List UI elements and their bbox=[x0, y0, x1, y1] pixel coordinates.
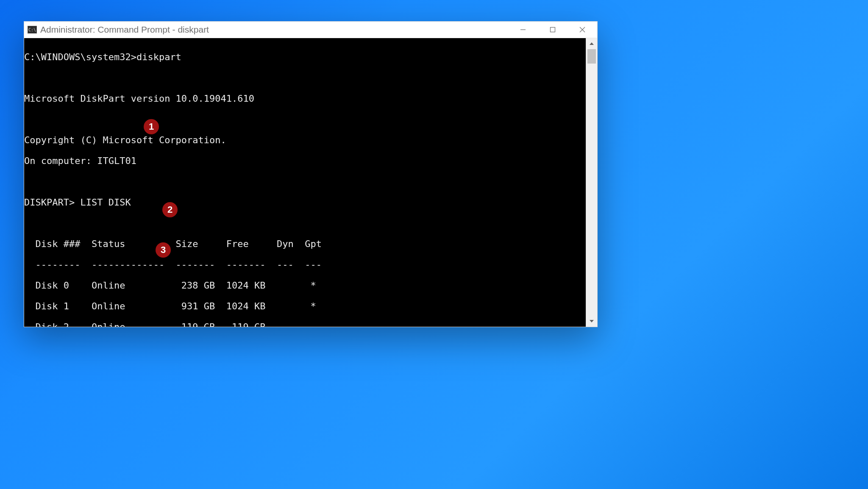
terminal-line: On computer: ITGLT01 bbox=[24, 156, 585, 167]
minimize-button[interactable] bbox=[508, 22, 538, 38]
window-client-area: C:\WINDOWS\system32>diskpart Microsoft D… bbox=[24, 38, 597, 327]
scroll-down-arrow-icon[interactable] bbox=[586, 316, 597, 327]
scroll-thumb[interactable] bbox=[587, 49, 596, 64]
maximize-button[interactable] bbox=[538, 22, 568, 38]
terminal-blank bbox=[24, 73, 585, 83]
terminal-blank bbox=[24, 218, 585, 229]
annotation-badge-1: 1 bbox=[144, 119, 159, 134]
annotation-badge-2: 2 bbox=[162, 202, 178, 217]
close-button[interactable] bbox=[568, 22, 597, 38]
maximize-icon bbox=[550, 27, 556, 33]
command-prompt-window: C:\ Administrator: Command Prompt - disk… bbox=[24, 21, 598, 327]
terminal-line: C:\WINDOWS\system32>diskpart bbox=[24, 52, 585, 63]
window-controls bbox=[508, 22, 597, 38]
minimize-icon bbox=[520, 27, 526, 33]
desktop-background: C:\ Administrator: Command Prompt - disk… bbox=[0, 0, 868, 489]
terminal-blank bbox=[24, 114, 585, 125]
terminal-line: Copyright (C) Microsoft Corporation. bbox=[24, 135, 585, 146]
scroll-up-arrow-icon[interactable] bbox=[586, 38, 597, 49]
terminal-command-list-disk: DISKPART> LIST DISK bbox=[24, 197, 585, 208]
vertical-scrollbar[interactable] bbox=[586, 38, 597, 327]
disk-table-row: Disk 0 Online 238 GB 1024 KB * bbox=[24, 281, 585, 291]
terminal-blank bbox=[24, 177, 585, 187]
disk-table-row: Disk 1 Online 931 GB 1024 KB * bbox=[24, 301, 585, 312]
close-icon bbox=[579, 27, 585, 33]
window-titlebar[interactable]: C:\ Administrator: Command Prompt - disk… bbox=[24, 22, 597, 38]
annotation-badge-3: 3 bbox=[156, 242, 171, 258]
svg-rect-1 bbox=[551, 28, 555, 32]
cmd-icon: C:\ bbox=[28, 26, 37, 33]
disk-table-header: Disk ### Status Size Free Dyn Gpt bbox=[24, 239, 585, 250]
disk-table-row: Disk 2 Online 119 GB 119 GB bbox=[24, 322, 585, 327]
window-title: Administrator: Command Prompt - diskpart bbox=[40, 25, 508, 35]
terminal-line: Microsoft DiskPart version 10.0.19041.61… bbox=[24, 94, 585, 104]
terminal-output[interactable]: C:\WINDOWS\system32>diskpart Microsoft D… bbox=[24, 38, 586, 327]
disk-table-divider: -------- ------------- ------- ------- -… bbox=[24, 260, 585, 270]
